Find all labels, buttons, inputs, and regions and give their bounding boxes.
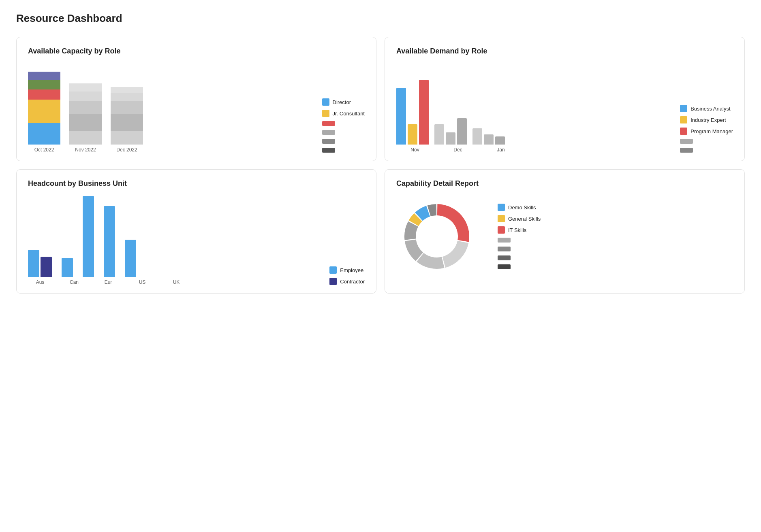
contractor-bar [41,257,52,277]
employee-bar [62,258,73,277]
headcount-bar-groups [28,196,321,277]
demand-bar [457,118,467,145]
legend-swatch [498,204,505,211]
capability-title: Capability Detail Report [396,179,733,188]
demand-title: Available Demand by Role [396,47,733,55]
demand-legend: Business AnalystIndustry ExpertProgram M… [680,105,733,153]
legend-swatch [498,255,511,260]
legend-item [498,247,541,251]
legend-swatch [498,215,505,222]
headcount-x-label: UK [164,279,188,285]
demand-month-group [472,64,505,145]
legend-item [498,255,541,260]
demand-bar [408,124,417,145]
legend-label: Director [333,99,351,105]
bar-x-label: Nov 2022 [69,147,102,153]
legend-swatch [680,139,693,144]
bar-x-label: Dec 2022 [111,147,143,153]
legend-label: Demo Skills [508,204,536,211]
bar-segment [111,101,143,114]
headcount-bars [83,196,94,277]
headcount-bars-area: AusCanEurUSUK [28,196,321,285]
legend-swatch [329,266,337,274]
employee-bar [83,196,94,277]
legend-label: Contractor [340,279,365,285]
dashboard-grid: Available Capacity by Role Oct 2022Nov 2… [16,37,745,294]
demand-bar [472,128,482,145]
legend-item [680,148,733,153]
legend-item: Employee [329,266,365,274]
donut-chart [396,196,477,277]
legend-item: Contractor [329,278,365,285]
legend-swatch [680,128,687,135]
bar-segment [69,92,102,101]
headcount-legend: EmployeeContractor [329,266,365,285]
bar-segment [28,123,60,145]
capacity-bar-group [111,64,143,145]
demand-bar [419,80,429,145]
bar-segment [111,131,143,145]
donut-segment [417,253,444,269]
legend-swatch [680,148,693,153]
demand-month-group [396,64,429,145]
bar-segment [28,89,60,99]
headcount-title: Headcount by Business Unit [28,179,365,188]
legend-label: Industry Expert [690,117,726,123]
bar-segment [111,114,143,131]
bar-segment [69,131,102,145]
legend-item: IT Skills [498,226,541,234]
headcount-x-label: Aus [28,279,52,285]
demand-bar [446,132,455,145]
capacity-bars-area: Oct 2022Nov 2022Dec 2022 [28,64,314,153]
demand-bar [495,136,505,145]
legend-swatch [322,98,329,106]
capacity-x-labels: Oct 2022Nov 2022Dec 2022 [28,147,314,153]
capacity-card: Available Capacity by Role Oct 2022Nov 2… [16,37,376,161]
legend-swatch [498,226,505,234]
legend-swatch [322,110,329,117]
headcount-bar-group [125,196,136,277]
headcount-bars [104,196,115,277]
employee-bar [28,250,39,277]
legend-label: Jr. Consultant [333,111,365,117]
legend-item: Program Manager [680,128,733,135]
legend-swatch [322,148,335,153]
legend-swatch [329,278,337,285]
legend-label: Program Manager [690,128,733,134]
demand-month-group [434,64,467,145]
headcount-bars [62,196,73,277]
bar-segment [111,93,143,101]
legend-label: Business Analyst [690,106,730,112]
legend-item: Jr. Consultant [322,110,365,117]
headcount-bars [28,196,52,277]
bar-segment [28,72,60,80]
legend-item: Demo Skills [498,204,541,211]
legend-swatch [498,238,511,243]
demand-bars-area: NovDecJan [396,64,672,153]
capacity-bar-groups [28,64,314,145]
headcount-bar-group [83,196,94,277]
demand-bar [434,124,444,145]
capacity-title: Available Capacity by Role [28,47,365,55]
legend-swatch [680,116,687,123]
legend-item [680,139,733,144]
bar-segment [69,101,102,114]
capacity-legend: DirectorJr. Consultant [322,98,365,153]
employee-bar [125,240,136,277]
legend-item [498,264,541,269]
capability-card: Capability Detail Report Demo SkillsGene… [385,169,745,294]
donut-segment [442,241,469,268]
legend-item: Director [322,98,365,106]
legend-label: General Skills [508,216,541,222]
demand-x-label: Nov [396,147,434,153]
demand-bar [396,88,406,145]
demand-card: Available Demand by Role NovDecJan Busin… [385,37,745,161]
legend-item: Industry Expert [680,116,733,123]
legend-item [322,121,365,126]
bar-x-label: Oct 2022 [28,147,60,153]
bar-segment [28,80,60,89]
legend-item [498,238,541,243]
demand-bar [484,134,494,145]
capacity-bar-group [69,64,102,145]
capability-legend: Demo SkillsGeneral SkillsIT Skills [498,204,541,269]
